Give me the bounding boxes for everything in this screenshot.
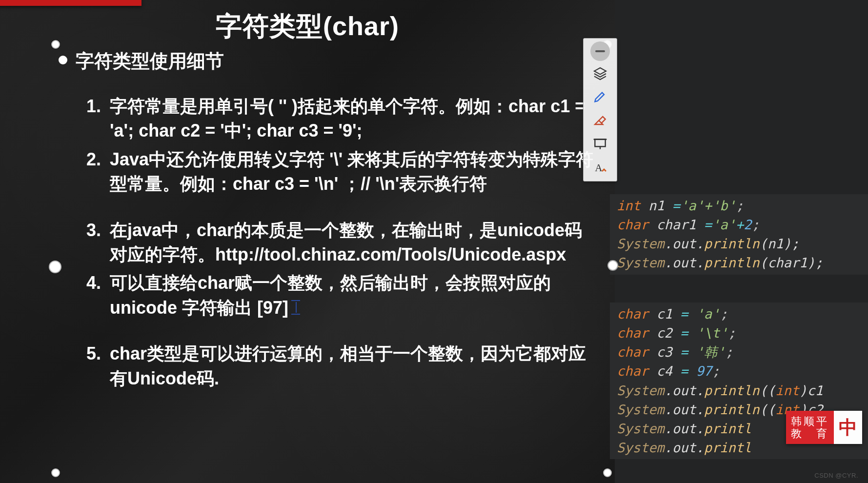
bullet-3: 3. 在java中，char的本质是一个整数，在输出时，是unicode码对应的… — [76, 218, 595, 267]
bullet-text: 可以直接给char赋一个整数，然后输出时，会按照对应的unicode 字符输出 … — [110, 271, 595, 320]
selection-handle-ml[interactable] — [49, 261, 61, 273]
svg-marker-1 — [594, 68, 606, 74]
highlight-tool-button[interactable] — [587, 86, 613, 108]
bullet-text: 字符常量是用单引号( '' )括起来的单个字符。例如：char c1 = 'a'… — [110, 94, 595, 143]
bullet-number: 2. — [76, 147, 101, 197]
eraser-icon — [592, 113, 608, 128]
eraser-tool-button[interactable] — [587, 110, 613, 131]
bullet-2: 2. Java中还允许使用转义字符 '\' 来将其后的字符转变为特殊字符型常量。… — [76, 147, 595, 197]
blackboard-panel: 字符类型(char) 字符类型使用细节 1. 字符常量是用单引号( '' )括起… — [0, 0, 615, 483]
code-line: char c3 = '韩'; — [617, 342, 864, 362]
collapse-toolbar-button[interactable] — [590, 41, 610, 61]
highlighter-icon — [592, 89, 608, 105]
watermark: CSDN @CYR. — [814, 472, 858, 479]
svg-rect-2 — [595, 140, 605, 147]
bullet-number: 5. — [76, 342, 101, 391]
bullet-5: 5. char类型是可以进行运算的，相当于一个整数，因为它都对应有Unicode… — [76, 342, 595, 391]
red-tab-decoration — [0, 0, 141, 6]
selection-handle-bl[interactable] — [51, 468, 60, 477]
selection-handle-code[interactable] — [607, 260, 618, 271]
stage: 字符类型(char) 字符类型使用细节 1. 字符常量是用单引号( '' )括起… — [0, 0, 868, 483]
slide-content[interactable]: 字符类型使用细节 1. 字符常量是用单引号( '' )括起来的单个字符。例如：c… — [76, 49, 595, 395]
ime-brand-line2: 教 育 — [791, 427, 829, 440]
bullet-number: 3. — [76, 218, 101, 267]
code-line: int n1 ='a'+'b'; — [617, 196, 864, 215]
code-panel-area: int n1 ='a'+'b'; char char1 ='a'+2; Syst… — [615, 0, 868, 483]
minus-icon — [592, 43, 608, 59]
code-line: System.out.println(char1); — [617, 253, 864, 272]
board-tool-button[interactable] — [587, 133, 613, 155]
slide-title: 字符类型(char) — [0, 0, 615, 44]
code-line: System.out.println(n1); — [617, 234, 864, 253]
code-line: System.out.println((int)c1 — [617, 381, 864, 400]
bullet-text: 在java中，char的本质是一个整数，在输出时，是unicode码对应的字符。… — [110, 218, 595, 267]
presentation-icon — [592, 136, 608, 152]
bullet-4: 4. 可以直接给char赋一个整数，然后输出时，会按照对应的unicode 字符… — [76, 271, 595, 320]
bullet-number: 4. — [76, 271, 101, 320]
code-line: char c2 = '\t'; — [617, 323, 864, 342]
bullet-text: Java中还允许使用转义字符 '\' 来将其后的字符转变为特殊字符型常量。例如：… — [110, 147, 595, 197]
ime-brand-line1: 韩顺平 — [791, 415, 829, 427]
svg-text:A: A — [595, 162, 603, 174]
text-tool-button[interactable]: A — [587, 157, 613, 178]
ime-badge[interactable]: 韩顺平 教 育 中 — [786, 411, 862, 444]
bullet-1: 1. 字符常量是用单引号( '' )括起来的单个字符。例如：char c1 = … — [76, 94, 595, 143]
selection-handle-br[interactable] — [603, 468, 612, 477]
code-line: char c1 = 'a'; — [617, 304, 864, 323]
code-line: char char1 ='a'+2; — [617, 215, 864, 234]
layers-icon — [592, 66, 608, 81]
code-snippet-1: int n1 ='a'+'b'; char char1 ='a'+2; Syst… — [610, 194, 868, 275]
slide-heading: 字符类型使用细节 — [76, 49, 595, 74]
ime-indicator: 中 — [834, 411, 862, 444]
bullet-text: char类型是可以进行运算的，相当于一个整数，因为它都对应有Unicode码. — [110, 342, 595, 391]
text-cursor-icon — [291, 300, 300, 315]
annotation-toolbar: A — [583, 38, 617, 181]
bullet-number: 1. — [76, 94, 101, 143]
code-line: char c4 = 97; — [617, 362, 864, 381]
selection-handle-tl[interactable] — [51, 40, 60, 49]
layers-tool-button[interactable] — [587, 63, 613, 84]
ime-brand: 韩顺平 教 育 — [786, 411, 834, 444]
text-icon: A — [592, 160, 608, 175]
